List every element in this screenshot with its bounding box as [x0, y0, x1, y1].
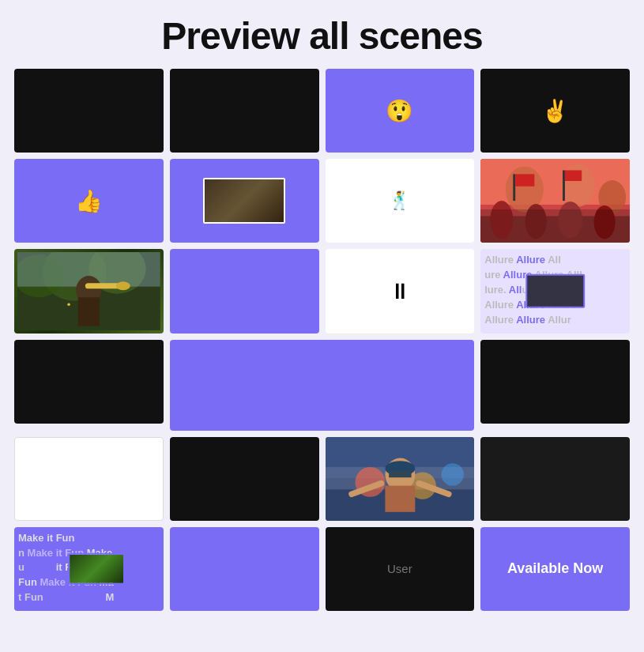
scene-cell-r5c1[interactable]	[14, 437, 164, 521]
scene-cell-r1c4[interactable]: ✌️	[480, 69, 630, 153]
svg-point-8	[558, 202, 582, 238]
scene-cell-r5c2[interactable]	[170, 437, 319, 521]
concert-svg	[480, 159, 630, 243]
emoji-icon: ✌️	[541, 98, 569, 124]
makefun-mini-thumbnail-inner	[70, 555, 123, 583]
svg-point-7	[525, 204, 547, 239]
thumbs-up-emoji-icon: 👍	[75, 188, 103, 214]
svg-rect-34	[389, 471, 411, 477]
scene-cell-r2c1[interactable]: 👍	[14, 159, 164, 243]
dancer-icon: 🕺	[389, 190, 410, 211]
girl-photo	[326, 437, 475, 521]
svg-rect-32	[385, 485, 415, 511]
svg-rect-10	[514, 174, 516, 201]
svg-point-30	[441, 463, 463, 485]
svg-rect-11	[515, 174, 534, 186]
svg-point-4	[599, 180, 627, 213]
scene-cell-r3c4[interactable]: Allure Allure All ure Allure Allure Alll…	[480, 249, 630, 333]
trumpet-svg	[17, 252, 160, 330]
pause-emoji-icon: ⏸	[389, 278, 411, 304]
mini-thumbnail	[203, 178, 285, 224]
girl-svg	[326, 437, 475, 521]
svg-point-22	[116, 282, 130, 291]
scene-cell-r5c4[interactable]	[480, 437, 630, 521]
scene-cell-r4c4[interactable]	[480, 340, 630, 424]
scene-cell-r3c1[interactable]	[14, 249, 164, 333]
scene-cell-r6c1[interactable]: Make it Fun Make i n Make it Fun Make u …	[14, 527, 164, 611]
scene-cell-r2c3[interactable]: 🕺	[326, 159, 475, 243]
scene-cell-r4c2-span2[interactable]	[170, 340, 475, 431]
mini-thumbnail-inner	[205, 179, 284, 222]
scene-cell-r2c4[interactable]	[480, 159, 630, 243]
user-label: User	[387, 562, 412, 575]
makefun-mini-thumbnail	[68, 553, 125, 585]
emoji-icon: 😲	[386, 98, 413, 124]
scene-cell-r1c2[interactable]	[170, 69, 319, 153]
page-title: Preview all scenes	[0, 0, 644, 69]
svg-rect-5	[480, 217, 630, 243]
scene-cell-r5c3[interactable]	[326, 437, 475, 521]
svg-rect-12	[563, 171, 565, 202]
allure-mini-thumbnail	[525, 274, 586, 307]
trumpet-photo	[14, 249, 164, 333]
scene-cell-r6c4[interactable]: Available Now	[480, 527, 630, 611]
svg-rect-13	[565, 171, 582, 182]
scene-cell-r4c1[interactable]	[14, 340, 164, 424]
concert-photo	[480, 159, 630, 243]
available-now-label: Available Now	[507, 560, 603, 577]
scene-cell-r3c3[interactable]: ⏸	[326, 249, 475, 333]
svg-point-6	[491, 201, 514, 239]
scene-cell-r2c2[interactable]	[170, 159, 319, 243]
scene-cell-r1c1[interactable]	[14, 69, 164, 153]
scene-cell-r6c2[interactable]	[170, 527, 319, 611]
scene-cell-r1c3[interactable]: 😲	[326, 69, 475, 153]
scene-cell-r3c2[interactable]	[170, 249, 319, 333]
scene-cell-r6c3[interactable]: User	[326, 527, 475, 611]
svg-point-9	[594, 205, 616, 239]
scene-grid-wrapper: 😲 ✌️ 👍 🕺	[0, 69, 644, 619]
svg-rect-20	[78, 298, 100, 326]
scene-grid: 😲 ✌️ 👍 🕺	[14, 69, 630, 611]
svg-point-23	[67, 303, 70, 307]
